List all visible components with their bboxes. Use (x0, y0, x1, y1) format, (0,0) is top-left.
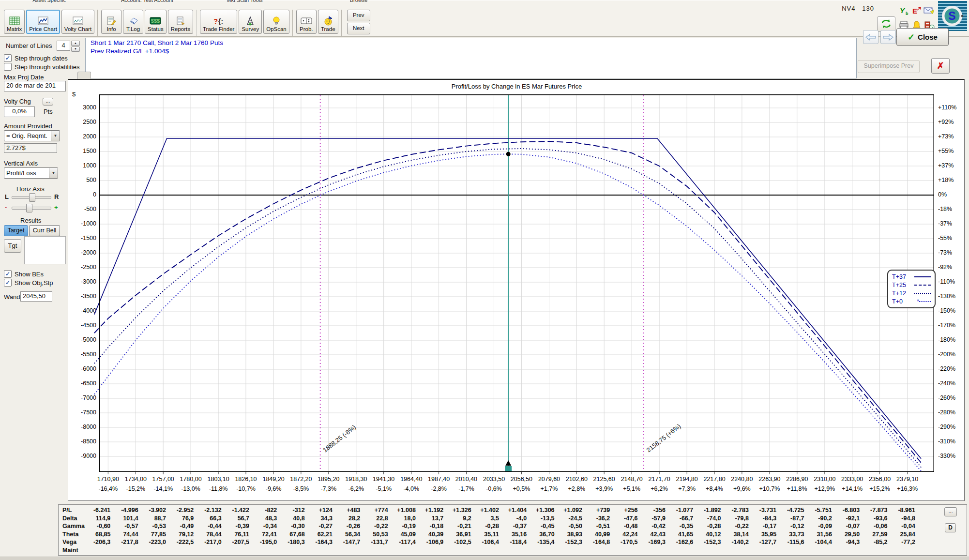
greeks-cell: 35,95 (749, 530, 776, 539)
greeks-cell: 68,85 (83, 530, 110, 539)
curr-bell-toggle[interactable]: Curr Bell (29, 225, 60, 236)
y-axis-tick-label: -500 (70, 206, 96, 212)
greeks-cell: 35,16 (499, 530, 527, 539)
greeks-cell: 28,2 (333, 515, 360, 523)
volty-chg-input[interactable]: 0,0% (4, 106, 35, 117)
greeks-cell: -94,3 (832, 538, 860, 546)
greeks-cell: -206,3 (83, 538, 110, 546)
spinner-down-icon[interactable]: ▼ (71, 46, 80, 52)
x-axis-percent-label: +9,6% (726, 485, 758, 492)
price-chart-button[interactable]: Price Chart (26, 10, 60, 34)
legend-label: T+12 (892, 290, 906, 297)
toolbar-button-label: Volty Chart (64, 26, 91, 32)
toolbar-group-label: Account: Test Account (121, 0, 173, 5)
checkbox-unchecked-icon[interactable] (4, 63, 12, 71)
current-price-axis-handle[interactable] (505, 466, 512, 472)
target-toggle[interactable]: Target (4, 225, 28, 236)
greeks-cell: -170,5 (610, 538, 637, 546)
spinner-up-icon[interactable]: ▲ (71, 41, 80, 46)
greeks-cell: 77,85 (138, 530, 166, 539)
amount-provided-label: Amount Provided (4, 122, 52, 130)
t-log-button[interactable]: T.Log (123, 10, 143, 34)
step-through-dates-checkbox[interactable]: ✓ Step through dates (4, 54, 68, 62)
greeks-cell: 22,8 (360, 515, 388, 523)
pl-chart[interactable]: 1888,25 (-8%)2158,75 (+6%) (99, 94, 934, 472)
info-button[interactable]: Info (101, 10, 121, 34)
amount-provided-select[interactable]: = Orig. Reqmt. ▼ (4, 130, 60, 141)
number-of-lines-input[interactable]: 4 (57, 41, 70, 51)
checkbox-checked-icon[interactable]: ✓ (4, 279, 12, 287)
prob-icon (301, 15, 312, 26)
superimpose-prev-button[interactable]: Superimpose Prev (858, 60, 920, 73)
vertical-axis-select[interactable]: Profit/Loss ▼ (4, 167, 58, 179)
checkbox-checked-icon[interactable]: ✓ (4, 54, 12, 62)
wand-input[interactable]: 2045,50 (20, 291, 52, 302)
email-icon[interactable] (924, 4, 935, 17)
cancel-button[interactable]: ✗ (931, 58, 950, 74)
greeks-cell: 35,11 (471, 530, 499, 539)
opscan-button[interactable]: OpScan (263, 10, 289, 34)
step-through-volatilities-checkbox[interactable]: Step through volatilities (4, 63, 79, 71)
y-axis-right-tick-label: +55% (938, 148, 954, 154)
y-axis-right-tick-label: +73% (938, 133, 954, 140)
greeks-d-button[interactable]: D (945, 523, 956, 532)
greeks-cell: -84,3 (749, 515, 776, 523)
greeks-more-button[interactable]: ... (944, 507, 957, 516)
greeks-cell: -118,4 (499, 538, 527, 546)
y-axis-right-tick-label: +37% (938, 162, 954, 169)
chart-legend: T+37T+25T+12T+0* (887, 270, 936, 308)
greeks-cell: 25,84 (888, 530, 915, 539)
plot-area[interactable]: 1888,25 (-8%)2158,75 (+6%) (99, 94, 934, 472)
reports-button[interactable]: Reports (168, 10, 193, 34)
volty-chart-button[interactable]: Volty Chart (61, 10, 94, 34)
trade-finder-button[interactable]: ?{:Trade Finder (200, 10, 237, 34)
export-icon[interactable]: E (911, 4, 923, 17)
matrix-button[interactable]: Matrix (4, 10, 25, 34)
x-axis-percent-label: +3,9% (588, 485, 620, 492)
greeks-cell: -2.952 (166, 506, 194, 515)
greeks-cell: -152,3 (555, 538, 582, 546)
legend-line-sample (914, 293, 931, 294)
results-listbox[interactable] (24, 236, 66, 264)
prob--button[interactable]: Prob. (296, 10, 317, 34)
chart-title: Profit/Loss by Change in ES Mar Futures … (99, 83, 934, 90)
next-button[interactable]: Next (347, 23, 370, 34)
zoom-slider[interactable] (12, 204, 51, 212)
show-bes-checkbox[interactable]: ✓ Show BEs (4, 270, 44, 278)
y-axis-right-tick-label: -73% (938, 249, 952, 256)
checkbox-checked-icon[interactable]: ✓ (4, 270, 12, 278)
greeks-cell: -0,12 (776, 522, 804, 530)
info-icon (106, 15, 116, 26)
close-button[interactable]: ✓ Close (896, 28, 949, 46)
greeks-cell: -102,5 (443, 538, 471, 546)
y-axis-right-tick-label: -55% (938, 235, 952, 242)
back-button[interactable] (863, 30, 878, 44)
number-of-lines-stepper[interactable]: ▲ ▼ (71, 41, 80, 52)
greeks-cell: -0,27 (305, 522, 333, 530)
chevron-down-icon: ▼ (51, 131, 60, 141)
tgt-button[interactable]: Tgt (4, 239, 21, 253)
y-axis-right-tick-label: -150% (938, 307, 955, 314)
y-axis-right-tick-label: -240% (938, 380, 955, 387)
volty-more-button[interactable]: ... (43, 98, 53, 106)
show-objstp-checkbox[interactable]: ✓ Show Obj,Stp (4, 279, 53, 287)
slider-thumb[interactable] (26, 204, 32, 212)
slider-thumb[interactable] (29, 193, 35, 202)
status-button[interactable]: $$$Status (145, 10, 167, 34)
greeks-cell: -1.422 (222, 506, 249, 515)
survey-button[interactable]: Survey (239, 10, 262, 34)
y-axis-tick-label: 1000 (70, 162, 96, 169)
horiz-axis-slider[interactable] (12, 193, 51, 201)
svg-text:Y: Y (900, 6, 906, 15)
greeks-row: Theta68,8574,4477,8579,1278,4476,1172,41… (59, 530, 967, 539)
max-proj-date-input[interactable]: 20 de mar de 201 (4, 81, 66, 91)
greeks-row-label: Vega (62, 538, 76, 546)
greeks-cell: 42,43 (638, 530, 666, 539)
greeks-cell: -8.961 (888, 506, 915, 515)
forward-button[interactable] (880, 30, 896, 44)
trade-button[interactable]: Trade (318, 10, 338, 34)
prev-button[interactable]: Prev (347, 10, 370, 21)
greeks-cell: -222,5 (166, 538, 194, 546)
quotes-icon[interactable]: Yb (898, 4, 910, 17)
y-axis-right-tick-label: -130% (938, 293, 955, 300)
